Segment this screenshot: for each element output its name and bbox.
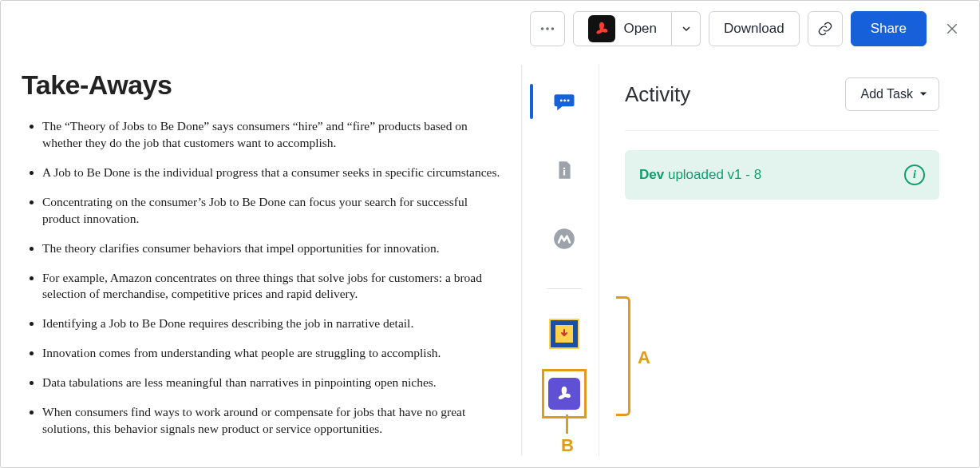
side-rail (529, 65, 599, 456)
bullet-item: For example, Amazon concentrates on thre… (42, 270, 505, 303)
rail-divider (547, 288, 582, 289)
open-button-group: Open (573, 11, 701, 46)
more-menu-button[interactable] (530, 11, 565, 46)
svg-rect-6 (563, 168, 564, 169)
link-icon (817, 21, 833, 37)
bullet-item: Data tabulations are less meaningful tha… (42, 375, 505, 391)
bullet-item: Concentrating on the consumer’s Job to B… (42, 194, 505, 228)
svg-point-3 (559, 99, 562, 101)
scroll-shadow (521, 65, 523, 456)
top-toolbar: Open Download Share (1, 1, 979, 57)
add-task-label: Add Task (860, 87, 913, 101)
svg-point-1 (547, 27, 550, 30)
ellipsis-icon (539, 20, 556, 38)
activity-panel-header: Activity Add Task (625, 77, 939, 131)
document-title: Take-Aways (22, 69, 510, 101)
file-info-icon (554, 160, 575, 180)
share-button[interactable]: Share (851, 11, 927, 46)
svg-rect-7 (563, 170, 564, 176)
metadata-icon (553, 228, 575, 250)
bullet-item: Identifying a Job to Be Done requires de… (42, 315, 505, 332)
annotation-bracket (616, 296, 630, 416)
svg-point-0 (541, 27, 544, 30)
share-button-label: Share (871, 21, 907, 37)
download-button[interactable]: Download (709, 11, 800, 46)
activity-event-user: Dev (639, 167, 664, 182)
activity-event-action: uploaded v1 - 8 (668, 167, 761, 182)
integration-adobe[interactable] (542, 367, 587, 420)
activity-panel: Activity Add Task Dev uploaded v1 - 8 i (599, 65, 965, 456)
integration-highlight-box (542, 369, 587, 418)
download-button-label: Download (724, 21, 784, 37)
svg-point-2 (551, 27, 555, 30)
adobe-acrobat-icon (588, 15, 615, 42)
add-task-button[interactable]: Add Task (845, 77, 939, 111)
activity-event-text: Dev uploaded v1 - 8 (639, 167, 761, 183)
caret-down-icon (919, 90, 927, 98)
adobe-integration-icon (548, 378, 580, 410)
bullet-item: When consumers find ways to work around … (42, 404, 505, 438)
download-integration-icon (549, 319, 579, 349)
file-info-tab[interactable] (542, 148, 587, 192)
comments-tab[interactable] (542, 79, 587, 124)
activity-panel-title: Activity (625, 82, 690, 107)
chat-icon (552, 89, 576, 113)
open-button-label: Open (623, 21, 657, 37)
annotation-stem (566, 414, 568, 434)
integration-download[interactable] (542, 316, 587, 351)
bullet-item: The theory clarifies consumer behaviors … (42, 240, 505, 257)
annotation-label-a: A (638, 347, 650, 368)
svg-point-5 (567, 99, 569, 101)
document-bullets: The “Theory of Jobs to Be Done” says con… (22, 118, 510, 438)
svg-point-4 (563, 99, 566, 101)
bullet-item: A Job to Be Done is the individual progr… (42, 165, 505, 181)
annotation-label-b: B (561, 435, 574, 456)
activity-event: Dev uploaded v1 - 8 i (625, 150, 939, 200)
info-icon[interactable]: i (904, 165, 925, 185)
bullet-item: Innovation comes from understanding what… (42, 345, 505, 362)
close-button[interactable] (939, 16, 965, 42)
copy-link-button[interactable] (808, 11, 843, 46)
metadata-tab[interactable] (542, 216, 587, 261)
open-button[interactable]: Open (573, 11, 672, 46)
caret-down-icon (682, 24, 691, 34)
document-viewer: Take-Aways The “Theory of Jobs to Be Don… (10, 65, 521, 456)
close-icon (945, 22, 959, 36)
open-dropdown-button[interactable] (672, 11, 701, 46)
bullet-item: The “Theory of Jobs to Be Done” says con… (42, 118, 505, 152)
